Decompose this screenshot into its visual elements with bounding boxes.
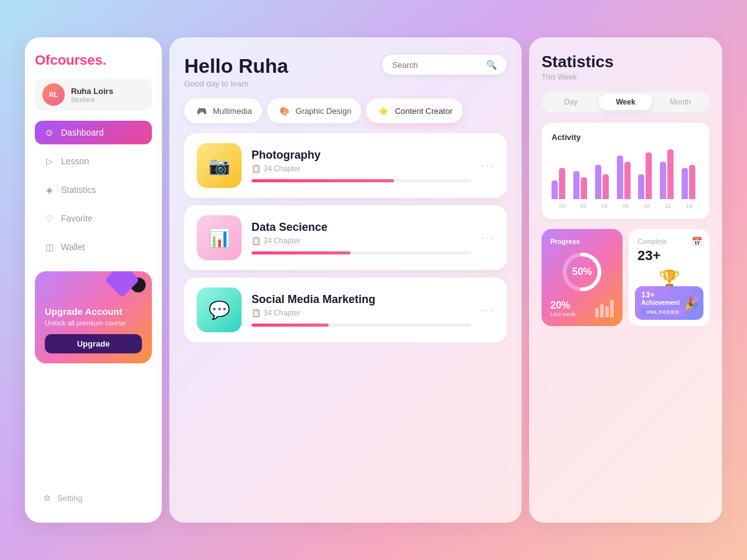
achievement-info: 13+ Achievement UNLOCKED <box>641 290 684 316</box>
greeting-block: Hello Ruha Good day to learn <box>184 55 288 88</box>
progress-label: Progress <box>550 238 614 245</box>
course-chapter-photography: 📋 34 Chapter <box>251 164 471 173</box>
sidebar-logo: Ofcourses. <box>35 52 152 68</box>
stats-header: Statistics This Week <box>542 52 710 82</box>
progress-percent: 50% <box>572 266 592 278</box>
course-title-datascience: Data Secience <box>251 221 471 234</box>
course-thumb-photography: 📷 <box>197 143 242 188</box>
progress-card: Progress 50% 20% Last week <box>542 229 622 326</box>
more-options-socialmedia[interactable]: ··· <box>481 304 494 317</box>
tab-graphic-design[interactable]: 🎨 Graphic Design <box>267 98 362 123</box>
chapter-icon: 📋 <box>251 236 261 245</box>
chart-label-0: 00 <box>552 203 573 209</box>
course-chapter-socialmedia: 📋 34 Chapter <box>251 309 471 317</box>
upgrade-title: Upgrade Account <box>45 306 142 317</box>
sidebar-item-lesson[interactable]: ▷ Lesson <box>35 149 152 173</box>
progress-circle: 50% <box>560 250 604 294</box>
user-profile[interactable]: RL Ruha Loirs Student <box>35 78 152 111</box>
profile-info: Ruha Loirs Student <box>71 86 113 103</box>
mini-bar-1 <box>595 308 599 317</box>
complete-number: 23+ <box>637 248 701 264</box>
more-options-datascience[interactable]: ··· <box>481 231 494 245</box>
progress-fill-socialmedia <box>251 324 329 327</box>
course-thumb-socialmedia: 💬 <box>197 287 242 332</box>
confetti-icon: 🎉 <box>684 296 700 310</box>
activity-card: Activity <box>542 123 710 219</box>
chart-group-3 <box>595 165 613 199</box>
nav-label-dashboard: Dashboard <box>61 128 104 138</box>
chart-label-6: 14 <box>679 203 700 209</box>
center-header: Hello Ruha Good day to learn 🔍 <box>184 55 507 88</box>
multimedia-icon: 🎮 <box>194 103 209 118</box>
course-card-socialmedia[interactable]: 💬 Social Media Marketing 📋 34 Chapter ··… <box>184 278 507 342</box>
search-input[interactable] <box>392 60 481 70</box>
bar-pink-1 <box>559 168 565 199</box>
sidebar-item-setting[interactable]: ⚙ Setting <box>35 488 152 508</box>
nav-label-setting: Setting <box>57 493 82 503</box>
upgrade-card: Upgrade Account Unlock all premium cours… <box>35 271 152 363</box>
progress-bar-socialmedia <box>251 324 471 327</box>
setting-icon: ⚙ <box>44 493 51 503</box>
courses-list: 📷 Photography 📋 34 Chapter ··· 📊 <box>184 133 507 342</box>
chart-label-3: 08 <box>615 203 636 209</box>
course-card-datascience[interactable]: 📊 Data Secience 📋 34 Chapter ··· <box>184 205 507 270</box>
bar-pink-2 <box>581 177 587 199</box>
mini-bar-4 <box>610 300 614 317</box>
statistics-icon: ◈ <box>44 184 55 195</box>
nav-label-favorite: Favorite <box>61 213 93 223</box>
mini-bars <box>595 299 614 317</box>
lesson-icon: ▷ <box>44 156 55 167</box>
achievement-mini: 13+ Achievement UNLOCKED 🎉 <box>635 286 703 320</box>
progress-bar-datascience <box>251 251 471 254</box>
user-role: Student <box>71 96 113 103</box>
mini-bar-2 <box>600 304 604 317</box>
search-bar[interactable]: 🔍 <box>382 55 507 75</box>
tab-content-creator[interactable]: ⭐ Content Creator <box>366 98 463 123</box>
deco-shape1 <box>104 271 139 297</box>
more-options-photography[interactable]: ··· <box>481 159 494 172</box>
greeting-title: Hello Ruha <box>184 55 288 78</box>
user-name: Ruha Loirs <box>71 86 113 96</box>
time-tab-month[interactable]: Month <box>654 94 707 110</box>
time-tab-day[interactable]: Day <box>544 94 598 110</box>
last-week-value: 20% <box>550 300 576 311</box>
course-title-photography: Photography <box>251 149 471 162</box>
upgrade-button[interactable]: Upgrade <box>45 334 142 353</box>
time-tab-week[interactable]: Week <box>599 94 652 110</box>
bar-purple-7 <box>682 168 688 199</box>
chart-group-2 <box>573 171 591 199</box>
course-title-socialmedia: Social Media Marketing <box>251 293 471 306</box>
sidebar-item-favorite[interactable]: ♡ Favorite <box>35 207 152 230</box>
unlocked-badge: UNLOCKED <box>641 308 684 316</box>
greeting-subtitle: Good day to learn <box>184 79 288 88</box>
category-tabs: 🎮 Multimedia 🎨 Graphic Design ⭐ Content … <box>184 98 507 123</box>
bar-pink-7 <box>689 165 695 199</box>
tab-creator-label: Content Creator <box>395 106 453 116</box>
stats-subtitle: This Week <box>542 73 710 82</box>
chart-label-5: 12 <box>657 203 679 209</box>
sidebar-item-wallet[interactable]: ◫ Wallet <box>35 235 152 259</box>
center-panel: Hello Ruha Good day to learn 🔍 🎮 Multime… <box>169 37 522 523</box>
course-chapter-datascience: 📋 34 Chapter <box>251 236 471 245</box>
sidebar-item-dashboard[interactable]: ⊙ Dashboard <box>35 121 152 144</box>
progress-fill-photography <box>251 179 394 182</box>
creator-icon: ⭐ <box>376 103 391 118</box>
course-info-socialmedia: Social Media Marketing 📋 34 Chapter <box>251 293 471 327</box>
chart-group-6 <box>660 149 678 199</box>
sidebar: Ofcourses. RL Ruha Loirs Student ⊙ Dashb… <box>25 37 162 523</box>
tab-multimedia-label: Multimedia <box>213 106 252 116</box>
chart-label-2: 04 <box>594 203 615 209</box>
nav-label-lesson: Lesson <box>61 156 89 166</box>
chapter-icon: 📋 <box>251 309 261 317</box>
bottom-stats: Progress 50% 20% Last week <box>542 229 710 326</box>
bar-pink-6 <box>667 149 674 199</box>
sidebar-item-statistics[interactable]: ◈ Statistics <box>35 178 152 202</box>
chart-area <box>552 149 700 199</box>
last-week-label: Last week <box>550 311 576 317</box>
course-info-photography: Photography 📋 34 Chapter <box>251 149 471 182</box>
course-card-photography[interactable]: 📷 Photography 📋 34 Chapter ··· <box>184 133 507 198</box>
calendar-icon: 📅 <box>692 236 702 246</box>
complete-card: 📅 Complete 23+ 🏆 13+ Achievement UNLOCKE… <box>629 229 710 326</box>
chart-labels: 00 02 04 08 10 12 14 <box>552 203 700 209</box>
tab-multimedia[interactable]: 🎮 Multimedia <box>184 98 262 123</box>
